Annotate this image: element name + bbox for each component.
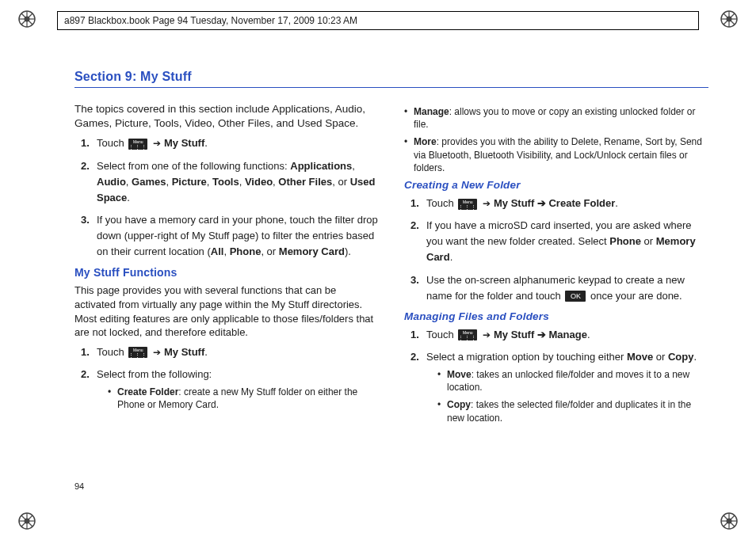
- my-stuff-functions-intro: This page provides you with several func…: [74, 283, 379, 339]
- bullet-item: More: provides you with the ability to D…: [404, 135, 708, 174]
- svg-point-17: [25, 519, 30, 524]
- step-number: 2.: [404, 349, 418, 429]
- steps-list: 1. Touch Menu⋮⋮⋮ ➔ My Stuff. 2. Select f…: [74, 135, 379, 260]
- menu-icon: Menu⋮⋮⋮: [458, 199, 477, 210]
- bullet-item: Copy: takes the selected file/folder and…: [437, 398, 708, 424]
- step-body: Touch Menu⋮⋮⋮ ➔ My Stuff.: [97, 344, 379, 360]
- menu-icon: Menu⋮⋮⋮: [458, 329, 477, 340]
- section-title: Section 9: My Stuff: [74, 70, 708, 88]
- list-item: 1. Touch Menu⋮⋮⋮ ➔ My Stuff ➔ Manage.: [404, 327, 708, 343]
- step-number: 3.: [74, 212, 89, 260]
- step-body: Use the on-screen alphanumeric keypad to…: [426, 272, 708, 304]
- step-body: Touch Menu⋮⋮⋮ ➔ My Stuff ➔ Create Folder…: [426, 196, 708, 211]
- svg-point-23: [727, 519, 732, 524]
- corner-wheel-icon: [17, 10, 36, 29]
- corner-wheel-icon: [17, 511, 36, 530]
- bullet-item: Create Folder: create a new My Stuff fol…: [108, 386, 379, 411]
- page-content: Section 9: My Stuff The topics covered i…: [74, 70, 708, 500]
- step-body: Select from one of the following functio…: [97, 158, 379, 206]
- svg-point-11: [727, 17, 732, 22]
- list-item: 3. If you have a memory card in your pho…: [74, 212, 379, 260]
- step-number: 1.: [74, 135, 89, 151]
- page-number: 94: [74, 481, 84, 491]
- menu-icon: Menu⋮⋮⋮: [128, 139, 147, 150]
- step-body: Select a migration option by touching ei…: [426, 349, 708, 429]
- list-item: 3. Use the on-screen alphanumeric keypad…: [404, 272, 708, 304]
- corner-wheel-icon: [720, 511, 739, 530]
- page-header: a897 Blackbox.book Page 94 Tuesday, Nove…: [57, 11, 699, 30]
- steps-list: 1. Touch Menu⋮⋮⋮ ➔ My Stuff ➔ Manage. 2.…: [404, 327, 708, 429]
- list-item: 2. Select from the following: Create Fol…: [74, 367, 379, 416]
- step-number: 2.: [404, 218, 418, 265]
- menu-icon: Menu⋮⋮⋮: [128, 347, 147, 358]
- svg-point-5: [25, 17, 30, 22]
- step-number: 3.: [404, 272, 418, 304]
- step-body: If you have a memory card in your phone,…: [97, 212, 379, 260]
- list-item: 2. Select a migration option by touching…: [404, 349, 708, 429]
- step-number: 2.: [74, 367, 89, 416]
- intro-text: The topics covered in this section inclu…: [74, 102, 379, 131]
- bullet-item: Move: takes an unlocked file/folder and …: [437, 368, 708, 394]
- step-number: 2.: [74, 158, 89, 206]
- my-stuff-functions-heading: My Stuff Functions: [74, 266, 379, 279]
- step-number: 1.: [404, 196, 418, 211]
- bullet-item: Manage: allows you to move or copy an ex…: [404, 105, 708, 131]
- list-item: 2. Select from one of the following func…: [74, 158, 379, 206]
- bullet-list: Create Folder: create a new My Stuff fol…: [97, 386, 379, 411]
- step-body: Touch Menu⋮⋮⋮ ➔ My Stuff ➔ Manage.: [426, 327, 708, 343]
- step-body: Touch Menu⋮⋮⋮ ➔ My Stuff.: [97, 135, 379, 151]
- bullet-list: Move: takes an unlocked file/folder and …: [426, 368, 708, 424]
- steps-list: 1. Touch Menu⋮⋮⋮ ➔ My Stuff ➔ Create Fol…: [404, 196, 708, 304]
- step-number: 1.: [404, 327, 418, 343]
- step-number: 1.: [74, 344, 89, 360]
- list-item: 2. If you have a microSD card inserted, …: [404, 218, 708, 265]
- step-body: Select from the following: Create Folder…: [97, 367, 379, 416]
- column-left: The topics covered in this section inclu…: [74, 102, 379, 435]
- list-item: 1. Touch Menu⋮⋮⋮ ➔ My Stuff.: [74, 344, 379, 360]
- steps-list: 1. Touch Menu⋮⋮⋮ ➔ My Stuff. 2. Select f…: [74, 344, 379, 416]
- list-item: 1. Touch Menu⋮⋮⋮ ➔ My Stuff ➔ Create Fol…: [404, 196, 708, 211]
- step-body: If you have a microSD card inserted, you…: [426, 218, 708, 265]
- header-text: a897 Blackbox.book Page 94 Tuesday, Nove…: [64, 15, 357, 26]
- creating-folder-heading: Creating a New Folder: [404, 179, 708, 191]
- corner-wheel-icon: [720, 10, 739, 29]
- bullet-list: Manage: allows you to move or copy an ex…: [404, 105, 708, 174]
- managing-files-heading: Managing Files and Folders: [404, 310, 708, 322]
- list-item: 1. Touch Menu⋮⋮⋮ ➔ My Stuff.: [74, 135, 379, 151]
- column-right: Manage: allows you to move or copy an ex…: [404, 102, 708, 435]
- ok-icon: OK: [565, 291, 586, 302]
